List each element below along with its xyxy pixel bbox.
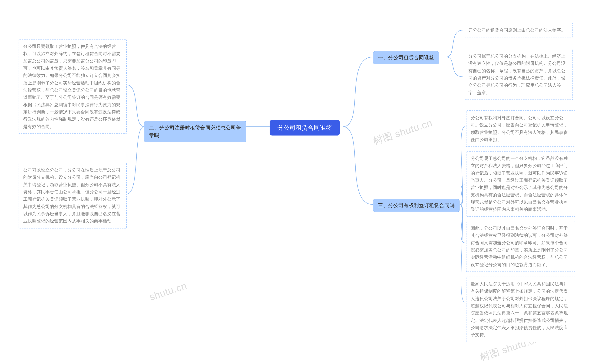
leaf-1b: 分公司属于总公司的分支机构，在法律上、经济上没有独立性，仅仅是总公司的附属机构。… xyxy=(464,49,573,100)
branch-2: 二、分公司注册时租赁合同必须总公司盖章吗 xyxy=(144,121,246,142)
leaf-2b: 公司可以设立分公司，分公司在性质上属于总公司的附属分支机构。设立分公司，应当向公… xyxy=(19,163,127,228)
branch-1: 一、分公司租赁合同谁签 xyxy=(373,51,439,64)
leaf-3d: 最高人民法院关于适用《中华人民共和国民法典》有关担保制度的解释第七条规定，公司的… xyxy=(466,277,575,343)
branch-3: 三、分公司有权利签订租赁合同吗 xyxy=(373,199,460,212)
leaf-1a: 开分公司的租赁合同原则上由总公司的法人签字。 xyxy=(464,23,573,37)
watermark: shutu.cn xyxy=(148,280,188,303)
central-node: 分公司租赁合同谁签 xyxy=(269,120,340,136)
leaf-3c: 因此，分公司以其自己名义对外签订合同时，基于其合法经营权已经得到法律的认可，分公… xyxy=(466,221,575,272)
leaf-3b: 分公司属于总公司的一个分支机构，它虽然没有独立的财产和法人资格，但只要分公司经过… xyxy=(466,151,575,217)
leaf-2a: 分公司只要领取了营业执照，便具有合法的经营权，可以独立对外缔约，在签订租赁合同时… xyxy=(19,39,127,134)
leaf-3a: 分公司有权利对外签订合同。公司可以设立分公司。设立分公司，应当向公司登记机关申请… xyxy=(466,110,575,147)
watermark: 树图 shutu.cn xyxy=(371,116,434,148)
